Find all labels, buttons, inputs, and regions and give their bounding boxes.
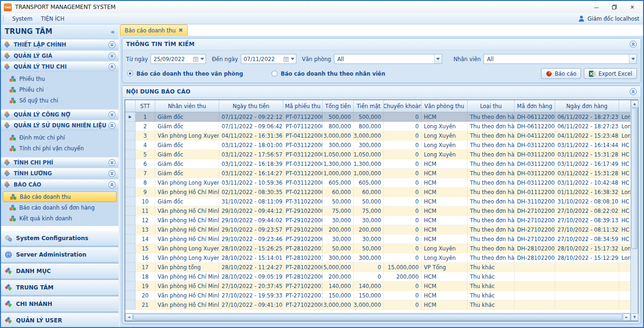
- radio-report-by-staff[interactable]: Báo cáo doanh thu theo nhân viên: [271, 70, 385, 77]
- table-row[interactable]: 6 Giám đốc 03/11/2022 - 16:18:39 PT-0311…: [125, 159, 630, 169]
- sidebar-item-phieu-thu[interactable]: Phiếu thu: [3, 74, 117, 85]
- table-row[interactable]: 3 Văn phòng Long Xuyen 04/11/2022 - 16:3…: [125, 131, 630, 141]
- col-ma-don-hang[interactable]: Mã đơn hàng: [515, 100, 555, 112]
- chevron-down-icon[interactable]: [108, 170, 116, 177]
- scroll-up-icon[interactable]: ▲: [631, 100, 638, 108]
- col-stt[interactable]: STT: [135, 100, 155, 112]
- col-clipped[interactable]: [619, 100, 630, 112]
- from-date-input[interactable]: 25/09/2022: [151, 54, 206, 64]
- tab-close-icon[interactable]: ✖: [178, 27, 183, 33]
- office-select[interactable]: All: [334, 54, 442, 64]
- sidebar-item-bao-cao-doanh-so[interactable]: Báo cáo doanh số đơn hàng: [3, 202, 117, 213]
- horizontal-scrollbar[interactable]: ◄ ►: [125, 313, 630, 321]
- table-row[interactable]: 11 Văn phòng Hồ Chí Minh 29/10/2022 - 09…: [125, 206, 630, 216]
- nav-server-administration[interactable]: Server Administration: [1, 247, 119, 261]
- menu-tien-ich[interactable]: TIỆN ÍCH: [37, 14, 69, 23]
- nav-system-configurations[interactable]: System Configurations: [1, 231, 119, 245]
- nav-chi-nhanh[interactable]: CHI NHÁNH: [1, 297, 119, 311]
- table-row[interactable]: 9 Văn phòng Hồ Chí Minh 02/11/2022 - 08:…: [125, 187, 630, 197]
- minimize-button[interactable]: —: [588, 2, 604, 12]
- sidebar-item-bao-cao-doanh-thu[interactable]: Báo cáo doanh thu: [3, 191, 117, 202]
- cell-stt: 4: [135, 141, 155, 150]
- to-date-input[interactable]: 07/11/2022: [241, 54, 296, 64]
- staff-select[interactable]: All: [484, 54, 637, 64]
- export-excel-button[interactable]: Export Excel: [584, 68, 637, 79]
- sidebar-section-bao-cao[interactable]: BÁO CÁO: [1, 180, 119, 190]
- table-row[interactable]: 16 Văn phòng Long Xuyen 28/10/2022 - 15:…: [125, 253, 630, 263]
- col-ma-phieu-thu[interactable]: Mã phiếu thu: [283, 100, 323, 112]
- dropdown-button[interactable]: [434, 55, 442, 63]
- sidebar-section-tinh-chi-phi[interactable]: TÍNH CHI PHÍ: [1, 157, 119, 168]
- table-row[interactable]: 12 Văn phòng Hồ Chí Minh 29/10/2022 - 09…: [125, 216, 630, 225]
- table-row[interactable]: 18 Văn phòng Hồ Chí Minh 28/10/2022 - 09…: [125, 272, 630, 281]
- table-row[interactable]: 15 Văn phòng Long Xuyen 28/10/2022 - 15:…: [125, 244, 630, 253]
- table-row[interactable]: 5 Giám đốc 03/11/2022 - 17:56:57 PT-0311…: [125, 150, 630, 159]
- table-row[interactable]: 2 Giám đốc 07/11/2022 - 09:06:42 PT-0711…: [125, 122, 630, 131]
- nav-quan-ly-user[interactable]: QUẢN LÝ USER: [1, 313, 119, 327]
- chevron-up-icon[interactable]: [108, 181, 116, 188]
- calendar-icon[interactable]: [283, 56, 289, 62]
- menu-system[interactable]: System: [8, 14, 37, 23]
- col-ngay-don-hang[interactable]: Ngày đơn hàng: [555, 100, 619, 112]
- restore-button[interactable]: [606, 2, 622, 12]
- scroll-right-icon[interactable]: ►: [623, 313, 630, 321]
- col-nhan-vien-thu[interactable]: Nhân viên thu: [155, 100, 219, 112]
- chevron-up-icon[interactable]: [108, 63, 116, 70]
- sidebar-section-tinh-luong[interactable]: TÍNH LƯƠNG: [1, 168, 119, 179]
- nav-trung-tam[interactable]: TRUNG TÂM: [1, 280, 119, 294]
- table-row[interactable]: ▶ 1 Giám đốc 07/11/2022 - 09:22:12 PT-07…: [125, 112, 630, 122]
- table-row[interactable]: 7 Giám đốc 03/11/2022 - 16:14:27 PT-0311…: [125, 169, 630, 178]
- close-button[interactable]: ✕: [624, 2, 640, 12]
- sidebar-section-quan-ly-thu-chi[interactable]: QUẢN LÝ THU CHI: [1, 62, 119, 72]
- table-row[interactable]: 10 Giám đốc 31/10/2022 - 08:11:09 PT-311…: [125, 197, 630, 206]
- col-ngay-thu-tien[interactable]: Ngày thu tiền: [219, 100, 283, 112]
- cell-tien-mat: 150,000: [354, 291, 384, 300]
- table-row[interactable]: 20 Văn phòng Hồ Chí Minh 27/10/2022 - 19…: [125, 291, 630, 300]
- sidebar-item-phieu-chi[interactable]: Phiếu chi: [3, 85, 117, 95]
- scrollbar-thumb[interactable]: [133, 314, 622, 320]
- cell-tien-mat: 300,000: [354, 141, 384, 150]
- vertical-scrollbar[interactable]: ▲ ▼: [630, 100, 638, 321]
- chevron-down-icon[interactable]: [108, 41, 116, 48]
- sidebar-item-tinh-chi-phi-van-chuyen[interactable]: Tính chi phí vận chuyển: [3, 143, 117, 154]
- collapse-panel-icon[interactable]: [629, 40, 637, 48]
- sidebar-section-quan-ly-gia[interactable]: QUẢN LÝ GIÁ: [1, 51, 119, 61]
- dropdown-arrow-icon[interactable]: [200, 58, 204, 60]
- nav-danh-muc[interactable]: DANH MỤC: [1, 264, 119, 278]
- col-tien-mat[interactable]: Tiền mặt: [354, 100, 384, 112]
- sidebar-item-ket-qua-kinh-doanh[interactable]: Kết quả kinh doanh: [3, 213, 117, 224]
- scroll-left-icon[interactable]: ◄: [125, 313, 133, 321]
- collapse-panel-icon[interactable]: [629, 88, 637, 95]
- table-row[interactable]: 14 Văn phòng Hồ Chí Minh 29/10/2022 - 09…: [125, 234, 630, 244]
- calendar-icon[interactable]: [192, 56, 199, 62]
- tab-bao-cao-doanh-thu[interactable]: Báo cáo doanh thu ✖: [120, 24, 188, 36]
- sidebar-section-quan-ly-cong-no[interactable]: QUẢN LÝ CÔNG NỢ: [1, 109, 119, 120]
- sidebar-header: TRUNG TÂM «: [1, 24, 119, 39]
- scrollbar-thumb[interactable]: [631, 108, 637, 249]
- sidebar-item-so-quy-thu-chi[interactable]: Sổ quỹ thu chi: [3, 95, 117, 106]
- sidebar-section-nhien-lieu[interactable]: QUẢN LÝ SỬ DỤNG NHIÊN LIỆU: [1, 120, 119, 131]
- col-chuyen-khoan[interactable]: Chuyển khoản: [384, 100, 421, 112]
- sidebar-collapse-button[interactable]: «: [111, 28, 115, 35]
- table-row[interactable]: 8 Văn phòng Long Xuyen 03/11/2022 - 10:5…: [125, 178, 630, 187]
- chevron-down-icon[interactable]: [108, 159, 116, 166]
- col-loai-thu[interactable]: Loại thu: [468, 100, 515, 112]
- radio-report-by-office[interactable]: Báo cáo doanh thu theo văn phòng: [127, 70, 243, 77]
- chevron-down-icon[interactable]: [108, 111, 116, 118]
- col-tong-tien[interactable]: Tổng tiền: [323, 100, 354, 112]
- report-button[interactable]: Báo cáo: [541, 68, 581, 79]
- chevron-down-icon[interactable]: [108, 52, 116, 60]
- table-row[interactable]: 4 Giám đốc 03/11/2022 - 18:01:00 PT-0311…: [125, 141, 630, 150]
- dropdown-button[interactable]: [629, 55, 636, 63]
- table-row[interactable]: 17 Văn phòng tổng 28/10/2022 - 11:24:27 …: [125, 263, 630, 272]
- table-row[interactable]: 19 Văn phòng Hồ Chí Minh 27/10/2022 - 20…: [125, 281, 630, 291]
- table-row[interactable]: 13 Văn phòng Hồ Chí Minh 29/10/2022 - 09…: [125, 225, 630, 234]
- sidebar-section-thiet-lap-chinh[interactable]: THIẾT LẬP CHÍNH: [1, 39, 119, 50]
- scroll-down-icon[interactable]: ▼: [631, 313, 638, 321]
- table-row[interactable]: 21 Văn phòng Hồ Chí Minh 27/10/2022 - 09…: [125, 300, 630, 310]
- cell-stt: 6: [135, 159, 155, 169]
- col-van-phong-thu[interactable]: Văn phòng thu: [421, 100, 468, 112]
- sidebar-item-dinh-muc-chi-phi[interactable]: Định mức chi phí: [3, 133, 117, 143]
- dropdown-arrow-icon[interactable]: [291, 58, 294, 60]
- chevron-up-icon[interactable]: [108, 122, 116, 129]
